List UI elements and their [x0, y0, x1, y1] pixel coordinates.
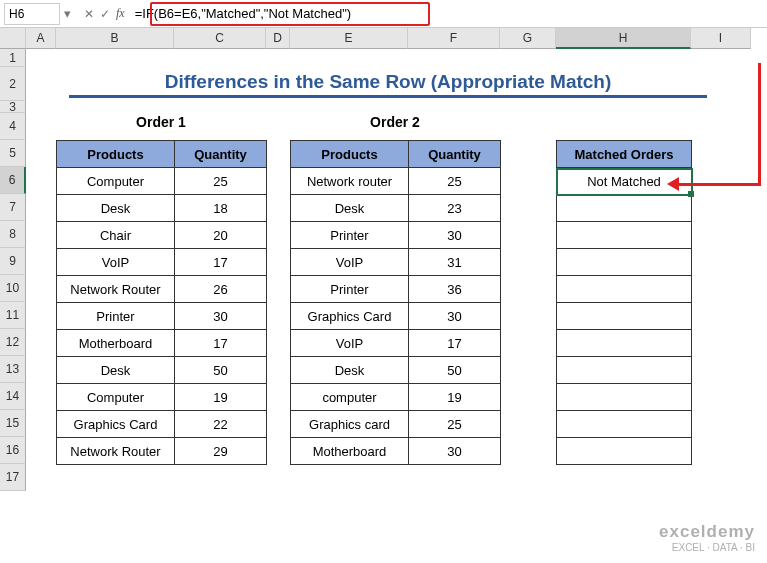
- annotation-arrow: [758, 63, 761, 183]
- table-cell[interactable]: Network router: [291, 168, 409, 195]
- table-cell[interactable]: 50: [409, 357, 501, 384]
- table-cell[interactable]: 19: [409, 384, 501, 411]
- row-header-7[interactable]: 7: [0, 194, 26, 221]
- table-cell[interactable]: [557, 411, 692, 438]
- col-header-H[interactable]: H: [556, 28, 691, 49]
- table-cell[interactable]: [557, 330, 692, 357]
- table-cell[interactable]: Printer: [291, 276, 409, 303]
- table-cell[interactable]: [557, 276, 692, 303]
- col-header-E[interactable]: E: [290, 28, 408, 49]
- table-cell[interactable]: 23: [409, 195, 501, 222]
- table-cell[interactable]: 20: [175, 222, 267, 249]
- table-cell[interactable]: VoIP: [291, 249, 409, 276]
- table-cell[interactable]: Motherboard: [291, 438, 409, 465]
- table-cell[interactable]: 22: [175, 411, 267, 438]
- table-cell[interactable]: 36: [409, 276, 501, 303]
- fx-icon[interactable]: fx: [116, 6, 125, 21]
- cancel-icon[interactable]: ✕: [84, 7, 94, 21]
- cells-area[interactable]: Differences in the Same Row (Appropriate…: [26, 49, 767, 563]
- table-cell[interactable]: 30: [409, 303, 501, 330]
- table-cell[interactable]: Desk: [291, 357, 409, 384]
- table-row: [557, 222, 692, 249]
- table-row: [557, 249, 692, 276]
- table-cell[interactable]: 29: [175, 438, 267, 465]
- col-header-I[interactable]: I: [691, 28, 751, 49]
- table-cell[interactable]: computer: [291, 384, 409, 411]
- table-cell[interactable]: Network Router: [57, 438, 175, 465]
- row-header-12[interactable]: 12: [0, 329, 26, 356]
- row-header-10[interactable]: 10: [0, 275, 26, 302]
- row-header-17[interactable]: 17: [0, 464, 26, 491]
- table-cell[interactable]: Network Router: [57, 276, 175, 303]
- table-cell[interactable]: 50: [175, 357, 267, 384]
- table-cell[interactable]: Desk: [57, 195, 175, 222]
- table-cell[interactable]: 31: [409, 249, 501, 276]
- row-header-2[interactable]: 2: [0, 67, 26, 101]
- table-cell[interactable]: [557, 303, 692, 330]
- table-cell[interactable]: 30: [175, 303, 267, 330]
- name-box[interactable]: H6: [4, 3, 60, 25]
- table-cell[interactable]: [557, 222, 692, 249]
- row-header-13[interactable]: 13: [0, 356, 26, 383]
- col-header-F[interactable]: F: [408, 28, 500, 49]
- table-cell[interactable]: VoIP: [57, 249, 175, 276]
- col-header-A[interactable]: A: [26, 28, 56, 49]
- table-cell[interactable]: 25: [175, 168, 267, 195]
- table-cell[interactable]: 25: [409, 168, 501, 195]
- table-cell[interactable]: 30: [409, 438, 501, 465]
- col-header-G[interactable]: G: [500, 28, 556, 49]
- table-cell[interactable]: Printer: [57, 303, 175, 330]
- table-cell[interactable]: VoIP: [291, 330, 409, 357]
- table-cell[interactable]: [557, 195, 692, 222]
- table-cell[interactable]: Graphics card: [291, 411, 409, 438]
- table-row: Desk23: [291, 195, 501, 222]
- row-header-14[interactable]: 14: [0, 383, 26, 410]
- table-cell[interactable]: [557, 384, 692, 411]
- col-header-D[interactable]: D: [266, 28, 290, 49]
- table-header: Products: [57, 141, 175, 168]
- formula-input[interactable]: [131, 3, 767, 25]
- table-cell[interactable]: 17: [175, 330, 267, 357]
- table-cell[interactable]: Computer: [57, 168, 175, 195]
- table-cell[interactable]: 25: [409, 411, 501, 438]
- name-box-dropdown-icon[interactable]: ▾: [64, 6, 78, 21]
- matched-orders-table: Matched OrdersNot Matched: [556, 140, 692, 465]
- row-header-5[interactable]: 5: [0, 140, 26, 167]
- spreadsheet-grid: ABCDEFGHI 1234567891011121314151617 Diff…: [0, 28, 767, 563]
- table-cell[interactable]: 26: [175, 276, 267, 303]
- table-cell[interactable]: Not Matched: [557, 168, 692, 195]
- table-cell[interactable]: 19: [175, 384, 267, 411]
- table-cell[interactable]: [557, 438, 692, 465]
- table-cell[interactable]: 18: [175, 195, 267, 222]
- row-header-16[interactable]: 16: [0, 437, 26, 464]
- row-header-9[interactable]: 9: [0, 248, 26, 275]
- table-cell[interactable]: [557, 249, 692, 276]
- table-cell[interactable]: Graphics Card: [291, 303, 409, 330]
- row-header-6[interactable]: 6: [0, 167, 26, 194]
- table-cell[interactable]: Graphics Card: [57, 411, 175, 438]
- table-cell[interactable]: Chair: [57, 222, 175, 249]
- table-row: Printer30: [291, 222, 501, 249]
- table-cell[interactable]: 17: [175, 249, 267, 276]
- table-cell[interactable]: 30: [409, 222, 501, 249]
- select-all-corner[interactable]: [0, 28, 26, 49]
- col-header-C[interactable]: C: [174, 28, 266, 49]
- col-header-B[interactable]: B: [56, 28, 174, 49]
- row-header-15[interactable]: 15: [0, 410, 26, 437]
- row-header-11[interactable]: 11: [0, 302, 26, 329]
- row-header-4[interactable]: 4: [0, 113, 26, 140]
- table-cell[interactable]: Desk: [291, 195, 409, 222]
- table-cell[interactable]: [557, 357, 692, 384]
- row-header-1[interactable]: 1: [0, 49, 26, 67]
- table-cell[interactable]: Motherboard: [57, 330, 175, 357]
- row-header-3[interactable]: 3: [0, 101, 26, 113]
- table-row: Motherboard17: [57, 330, 267, 357]
- row-header-8[interactable]: 8: [0, 221, 26, 248]
- confirm-icon[interactable]: ✓: [100, 7, 110, 21]
- table-cell[interactable]: Desk: [57, 357, 175, 384]
- table-header: Quantity: [409, 141, 501, 168]
- table-cell[interactable]: Computer: [57, 384, 175, 411]
- table-row: Printer30: [57, 303, 267, 330]
- table-cell[interactable]: 17: [409, 330, 501, 357]
- table-cell[interactable]: Printer: [291, 222, 409, 249]
